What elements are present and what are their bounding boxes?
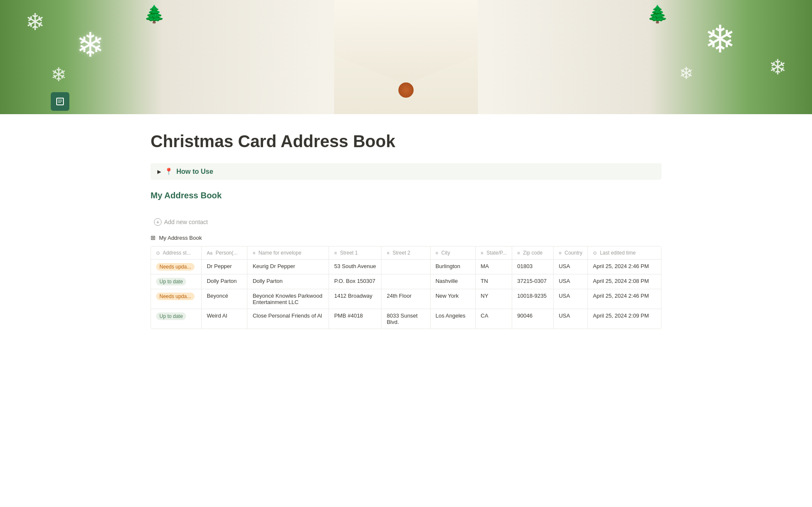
database-icon: ⊞ [151, 234, 156, 241]
add-contact-button[interactable]: + Add new contact [151, 217, 661, 227]
callout-emoji: 📍 [165, 167, 173, 175]
address-book-section: My Address Book + Add new contact ⊞ My A… [151, 186, 661, 329]
cell-person-1: Dolly Parton [201, 274, 247, 289]
cell-street1-1: P.O. Box 150307 [329, 274, 381, 289]
cell-address-status-3: Up to date [151, 309, 201, 329]
cell-last-edited-0: April 25, 2024 2:46 PM [588, 260, 661, 274]
cell-street2-0 [381, 260, 430, 274]
section-title: My Address Book [151, 191, 661, 200]
add-contact-label: Add new contact [164, 219, 208, 225]
how-to-use-callout[interactable]: ▶ 📍 How to Use [151, 163, 661, 180]
address-book-icon [51, 92, 69, 111]
page-content: Christmas Card Address Book ▶ 📍 How to U… [110, 114, 702, 354]
page-icon-overlay [51, 92, 69, 111]
cell-state-0: MA [475, 260, 512, 274]
cell-state-3: CA [475, 309, 512, 329]
cell-city-1: Nashville [430, 274, 475, 289]
snowflake-3: ❄ [51, 63, 67, 86]
cell-zip-3: 90046 [512, 309, 554, 329]
col-label-country: Country [565, 250, 582, 256]
cell-zip-0: 01803 [512, 260, 554, 274]
col-label-last-edited: Last edited time [600, 250, 636, 256]
cell-envelope-0: Keurig Dr Pepper [247, 260, 329, 274]
cell-zip-1: 37215-0307 [512, 274, 554, 289]
pine-cone-right: 🌲 [647, 4, 668, 24]
col-label-city: City [441, 250, 450, 256]
cell-state-2: NY [475, 289, 512, 309]
col-icon-street1: ≡ [334, 250, 337, 255]
cell-address-status-0: Needs upda... [151, 260, 201, 274]
cell-envelope-2: Beyoncé Knowles Parkwood Entertainment L… [247, 289, 329, 309]
col-icon-zip: ≡ [517, 250, 520, 255]
cell-envelope-3: Close Personal Friends of Al [247, 309, 329, 329]
snowflake-5: ❄ [769, 55, 787, 79]
col-label-street1: Street 1 [340, 250, 358, 256]
cell-last-edited-2: April 25, 2024 2:46 PM [588, 289, 661, 309]
cell-street2-2: 24th Floor [381, 289, 430, 309]
cell-city-2: New York [430, 289, 475, 309]
col-header-country[interactable]: ≡ Country [554, 247, 588, 260]
snowflake-6: ❄ [679, 63, 694, 83]
callout-toggle[interactable]: ▶ [157, 169, 161, 175]
database-header: ⊞ My Address Book [151, 234, 661, 241]
col-icon-state: ≡ [481, 250, 483, 255]
cell-last-edited-3: April 25, 2024 2:09 PM [588, 309, 661, 329]
col-header-last-edited[interactable]: ⊙ Last edited time [588, 247, 661, 260]
table-row[interactable]: Needs upda... Dr Pepper Keurig Dr Pepper… [151, 260, 661, 274]
cell-last-edited-1: April 25, 2024 2:08 PM [588, 274, 661, 289]
col-header-zip[interactable]: ≡ Zip code [512, 247, 554, 260]
cell-street1-2: 1412 Broadway [329, 289, 381, 309]
col-header-state[interactable]: ≡ State/P... [475, 247, 512, 260]
wax-seal [398, 82, 414, 98]
col-header-envelope[interactable]: ≡ Name for envelope [247, 247, 329, 260]
status-badge-2: Needs upda... [156, 293, 195, 300]
table-row[interactable]: Up to date Weird Al Close Personal Frien… [151, 309, 661, 329]
col-label-person: Person(... [216, 250, 238, 256]
status-badge-1: Up to date [156, 278, 186, 285]
col-label-envelope: Name for envelope [258, 250, 301, 256]
cell-person-3: Weird Al [201, 309, 247, 329]
col-icon-envelope: ≡ [252, 250, 255, 255]
add-contact-icon: + [154, 218, 162, 226]
table-row[interactable]: Up to date Dolly Parton Dolly Parton P.O… [151, 274, 661, 289]
page-title: Christmas Card Address Book [151, 131, 661, 151]
col-label-zip: Zip code [523, 250, 543, 256]
cell-address-status-2: Needs upda... [151, 289, 201, 309]
cell-person-2: Beyoncé [201, 289, 247, 309]
cell-country-1: USA [554, 274, 588, 289]
hero-banner: ❄ ❄ ❄ ❄ ❄ ❄ 🌲 🌲 [0, 0, 812, 114]
cell-city-3: Los Angeles [430, 309, 475, 329]
cell-street2-1 [381, 274, 430, 289]
table-body: Needs upda... Dr Pepper Keurig Dr Pepper… [151, 260, 661, 329]
cell-address-status-1: Up to date [151, 274, 201, 289]
col-header-address-status[interactable]: ⊙ Address st... [151, 247, 201, 260]
snowflake-2: ❄ [25, 8, 45, 36]
col-icon-street2: ≡ [387, 250, 389, 255]
cell-envelope-1: Dolly Parton [247, 274, 329, 289]
pine-cone-left: 🌲 [144, 4, 165, 24]
col-header-street1[interactable]: ≡ Street 1 [329, 247, 381, 260]
cell-person-0: Dr Pepper [201, 260, 247, 274]
callout-text: How to Use [176, 168, 213, 175]
address-table: ⊙ Address st... Aa Person(... ≡ Name for… [151, 247, 661, 329]
database-label: My Address Book [159, 235, 202, 241]
col-icon-last-edited: ⊙ [593, 250, 597, 255]
col-icon-city: ≡ [436, 250, 438, 255]
col-label-state: State/P... [486, 250, 507, 256]
status-badge-0: Needs upda... [156, 263, 195, 271]
cell-country-2: USA [554, 289, 588, 309]
snowflake-4: ❄ [704, 17, 736, 61]
col-header-street2[interactable]: ≡ Street 2 [381, 247, 430, 260]
cell-country-3: USA [554, 309, 588, 329]
table-row[interactable]: Needs upda... Beyoncé Beyoncé Knowles Pa… [151, 289, 661, 309]
cell-country-0: USA [554, 260, 588, 274]
cell-zip-2: 10018-9235 [512, 289, 554, 309]
book-svg [55, 96, 65, 107]
col-icon-country: ≡ [559, 250, 561, 255]
col-icon-person: Aa [207, 250, 212, 255]
col-header-person[interactable]: Aa Person(... [201, 247, 247, 260]
col-header-city[interactable]: ≡ City [430, 247, 475, 260]
col-icon-address-status: ⊙ [156, 250, 160, 255]
col-label-address-status: Address st... [163, 250, 191, 256]
table-header: ⊙ Address st... Aa Person(... ≡ Name for… [151, 247, 661, 260]
